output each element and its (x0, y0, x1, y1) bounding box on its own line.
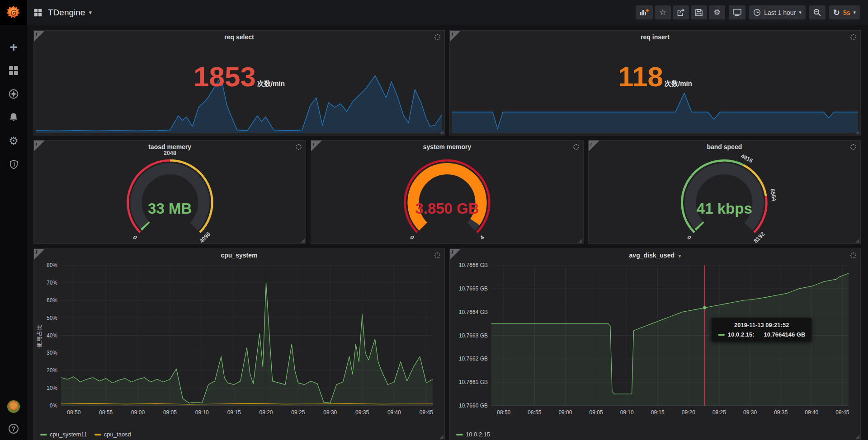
timeseries-chart[interactable]: 10.7666 GB10.7665 GB10.7664 GB10.7663 GB… (453, 261, 857, 419)
grafana-logo[interactable] (0, 0, 27, 25)
panel-info-corner[interactable]: i (311, 140, 322, 151)
gauge: 020484096 (98, 151, 242, 243)
legend-item[interactable]: 10.0.2.15 (456, 431, 490, 438)
svg-text:4: 4 (479, 234, 486, 241)
sidebar-item-create[interactable]: + (8, 41, 19, 53)
panel-req-select: i req select 1853 次数/min (33, 30, 445, 136)
panel-info-corner[interactable]: i (34, 31, 45, 42)
plus-icon: + (9, 42, 18, 52)
grafana-logo-icon (6, 5, 21, 20)
dashboard-title-caret-icon[interactable]: ▾ (89, 9, 92, 16)
panel-resize-handle[interactable] (855, 435, 859, 439)
info-icon: i (452, 249, 453, 255)
refresh-interval-label[interactable]: 5s (843, 9, 850, 16)
share-dashboard-button[interactable] (673, 5, 689, 19)
panel-title[interactable]: req insert (450, 31, 860, 43)
panel-title[interactable]: system memory (311, 140, 583, 153)
svg-text:09:00: 09:00 (131, 409, 145, 416)
legend-label: cpu_system11 (50, 431, 87, 438)
svg-text:40%: 40% (47, 332, 57, 339)
panel-title[interactable]: taosd memery (34, 140, 306, 153)
sidebar-item-dashboards[interactable] (8, 65, 19, 76)
svg-text:09:20: 09:20 (682, 409, 695, 416)
svg-text:10.7664 GB: 10.7664 GB (459, 309, 488, 315)
svg-text:10.7661 GB: 10.7661 GB (459, 379, 488, 385)
svg-text:09:20: 09:20 (259, 409, 273, 416)
save-dashboard-button[interactable] (691, 5, 707, 19)
gauge: 0491665548192 (652, 151, 797, 243)
timeseries-chart[interactable]: 使用占比 80%70%60%50%40%30%20%10%0%08:5008:5… (38, 261, 441, 419)
svg-text:10.7662 GB: 10.7662 GB (459, 356, 488, 362)
sidebar-item-explore[interactable] (8, 88, 19, 100)
star-dashboard-button[interactable]: ☆ (655, 5, 671, 19)
sidebar-item-alerting[interactable] (8, 112, 19, 123)
panel-info-corner[interactable]: i (34, 140, 45, 151)
share-icon (677, 9, 685, 16)
user-avatar[interactable] (7, 400, 20, 413)
legend-label: cpu_taosd (104, 431, 131, 438)
dashboard-title[interactable]: TDengine (48, 8, 85, 18)
sidebar-item-configuration[interactable]: ⚙ (8, 135, 19, 147)
time-range-picker[interactable]: Last 1 hour ▾ (749, 5, 806, 19)
panel-menu-caret-icon[interactable]: ▾ (679, 253, 681, 258)
panel-avg-disk-used: i avg_disk_used ▾ 10.7666 GB10.7665 GB10… (449, 248, 861, 440)
svg-text:09:00: 09:00 (558, 409, 572, 416)
panel-title[interactable]: band speed (589, 140, 860, 153)
panel-resize-handle[interactable] (439, 435, 443, 439)
panel-resize-handle[interactable] (855, 130, 859, 134)
svg-text:09:15: 09:15 (651, 409, 665, 416)
legend-item[interactable]: cpu_taosd (94, 431, 131, 438)
panel-resize-handle[interactable] (855, 239, 859, 243)
legend-color-swatch (94, 434, 101, 435)
legend-label: 10.0.2.15 (466, 431, 490, 438)
loading-spinner-icon (850, 253, 856, 258)
zoom-out-time-button[interactable] (809, 5, 826, 19)
svg-text:70%: 70% (47, 280, 57, 286)
panel-resize-handle[interactable] (578, 239, 582, 243)
cycle-view-mode-button[interactable] (729, 5, 745, 19)
bell-icon (8, 112, 19, 123)
sparkline (452, 72, 858, 133)
dashboard-settings-button[interactable]: ⚙ (709, 5, 725, 19)
panel-info-corner[interactable]: i (450, 31, 461, 42)
add-panel-button[interactable] (636, 5, 653, 19)
panel-title[interactable]: cpu_system (34, 249, 444, 262)
loading-spinner-icon (434, 34, 440, 40)
legend-item[interactable]: cpu_system11 (40, 431, 87, 438)
gauge: 04 (375, 151, 519, 243)
gear-icon: ⚙ (714, 9, 721, 16)
info-icon: i (590, 141, 592, 146)
panel-info-corner[interactable]: i (589, 140, 599, 151)
svg-text:09:45: 09:45 (420, 409, 433, 416)
svg-text:10.7663 GB: 10.7663 GB (459, 332, 488, 339)
svg-text:09:15: 09:15 (227, 409, 241, 416)
panel-resize-handle[interactable] (301, 239, 305, 243)
svg-text:20%: 20% (47, 367, 57, 374)
panel-info-corner[interactable]: i (450, 249, 461, 260)
help-button[interactable]: ? (9, 424, 19, 434)
svg-text:80%: 80% (47, 262, 57, 268)
gear-icon: ⚙ (9, 135, 19, 147)
grafana-app: + ⚙ (0, 0, 868, 440)
svg-text:09:05: 09:05 (163, 409, 177, 416)
panel-resize-handle[interactable] (439, 130, 443, 134)
refresh-button[interactable]: ↻ 5s ▾ (829, 5, 860, 19)
svg-text:09:05: 09:05 (590, 409, 603, 416)
loading-spinner-icon (850, 34, 856, 40)
panel-title[interactable]: avg_disk_used ▾ (450, 249, 860, 262)
dashboard-grid-icon[interactable] (33, 8, 42, 17)
panel-info-corner[interactable]: i (34, 249, 45, 260)
sidebar-item-server-admin[interactable] (8, 159, 19, 170)
panel-title[interactable]: req select (34, 31, 444, 43)
sidebar: + ⚙ (0, 0, 27, 440)
chevron-down-icon[interactable]: ▾ (853, 9, 856, 15)
svg-text:09:45: 09:45 (835, 409, 849, 416)
svg-text:09:30: 09:30 (323, 409, 337, 416)
legend-color-swatch (456, 434, 463, 435)
loading-spinner-icon (434, 253, 440, 258)
svg-text:09:10: 09:10 (620, 409, 634, 416)
svg-text:09:35: 09:35 (774, 409, 788, 416)
y-axis-title: 使用占比 (36, 324, 43, 347)
svg-text:08:55: 08:55 (99, 409, 113, 416)
svg-text:08:50: 08:50 (497, 409, 510, 416)
